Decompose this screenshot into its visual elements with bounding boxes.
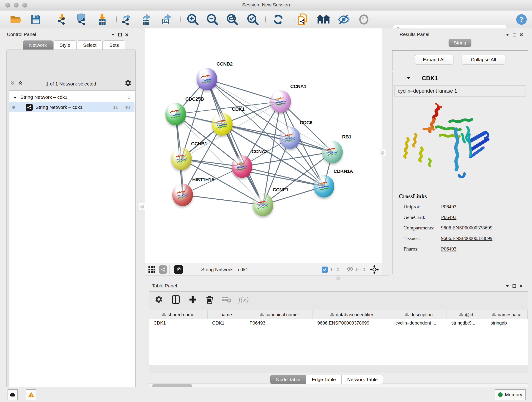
- houses-icon[interactable]: [317, 13, 330, 26]
- zoom-fit-icon[interactable]: [226, 13, 239, 26]
- selected-checkbox[interactable]: [322, 267, 328, 273]
- add-column-icon[interactable]: [187, 294, 198, 305]
- import-table-icon[interactable]: [96, 13, 109, 26]
- close-panel-icon[interactable]: [123, 32, 130, 38]
- network-node-CDKN1A[interactable]: [314, 175, 334, 198]
- delete-table-icon[interactable]: [221, 294, 232, 305]
- tab-string[interactable]: String: [449, 39, 471, 47]
- crosslink-link[interactable]: 9606.ENSP00000378699: [441, 225, 492, 231]
- collapse-panel-icon[interactable]: [504, 283, 511, 289]
- crosslink-link[interactable]: P06493: [441, 214, 456, 220]
- table-cell[interactable]: 9606.ENSP00000378699: [317, 320, 390, 326]
- tab-edge-table[interactable]: Edge Table: [306, 375, 342, 384]
- collection-expander-icon[interactable]: [13, 95, 17, 100]
- hidden-eye-icon[interactable]: [346, 266, 354, 274]
- float-panel-icon[interactable]: [116, 32, 123, 38]
- float-panel-icon[interactable]: [511, 283, 518, 289]
- network-node-RB1[interactable]: [322, 141, 343, 163]
- import-network-icon[interactable]: [56, 13, 69, 26]
- left-splitter-handle[interactable]: [139, 203, 146, 210]
- close-panel-icon[interactable]: [518, 32, 525, 38]
- delete-column-icon[interactable]: [204, 294, 215, 305]
- zoom-selected-icon[interactable]: [246, 13, 259, 26]
- network-collection-row[interactable]: String Network – cdk1 1: [9, 92, 134, 102]
- table-cell[interactable]: P06493: [249, 320, 312, 326]
- column-header-shared-name[interactable]: shared name: [149, 310, 208, 319]
- tab-network[interactable]: Network: [23, 40, 53, 50]
- hide-visual-properties-icon[interactable]: [337, 13, 350, 26]
- node-label-CCNA1: CCNA1: [290, 84, 306, 89]
- import-network-from-database-icon[interactable]: [75, 13, 88, 26]
- network-node-CCNA2[interactable]: [232, 155, 252, 178]
- copy-network-icon[interactable]: [297, 13, 310, 26]
- function-builder-icon[interactable]: f(x): [238, 294, 249, 305]
- control-panel-title: Control Panel: [7, 32, 36, 37]
- network-edges[interactable]: [145, 28, 382, 263]
- gene-expander-icon[interactable]: [407, 76, 410, 80]
- fit-content-crosshair-icon[interactable]: [370, 265, 379, 274]
- export-image-icon[interactable]: [160, 13, 172, 26]
- column-header--id[interactable]: @id: [447, 310, 486, 319]
- gene-name: CDK1: [422, 75, 438, 82]
- column-header-database-identifier[interactable]: database identifier: [313, 310, 391, 319]
- network-row-selected[interactable]: String Network – cdk1 11 48: [9, 102, 134, 112]
- column-header-namespace[interactable]: namespace: [486, 310, 528, 319]
- export-table-icon[interactable]: [140, 13, 152, 26]
- network-node-CDC6[interactable]: [280, 127, 300, 149]
- close-panel-icon[interactable]: [518, 283, 525, 289]
- zoom-out-icon[interactable]: [206, 13, 219, 26]
- tab-select[interactable]: Select: [77, 40, 103, 50]
- collapse-panel-icon[interactable]: [504, 32, 511, 38]
- table-cell[interactable]: cyclin–dependent ...: [395, 320, 446, 326]
- expand-all-button[interactable]: Expand All: [415, 55, 453, 64]
- save-session-icon[interactable]: [29, 13, 42, 26]
- network-node-CDC25B[interactable]: [165, 103, 186, 125]
- tab-node-table[interactable]: Node Table: [270, 375, 306, 384]
- help-icon[interactable]: ?: [515, 13, 528, 26]
- export-network-icon[interactable]: [120, 13, 133, 26]
- crosslink-link[interactable]: P06493: [441, 246, 456, 252]
- horizontal-splitter-handle[interactable]: [336, 276, 340, 280]
- column-header-canonical-name[interactable]: canonical name: [245, 310, 313, 319]
- show-visual-properties-icon[interactable]: [357, 13, 370, 26]
- open-session-icon[interactable]: [10, 13, 22, 26]
- show-columns-icon[interactable]: [171, 294, 181, 305]
- network-view-share-icon[interactable]: [159, 265, 167, 274]
- warning-button[interactable]: [26, 389, 36, 400]
- title-bar: Session: New Session: [0, 0, 532, 11]
- table-cell[interactable]: CDK1: [212, 320, 244, 326]
- crosslink-label: GeneCard:: [404, 214, 425, 220]
- collapse-all-button[interactable]: Collapse All: [462, 55, 505, 64]
- tab-sets[interactable]: Sets: [103, 40, 125, 50]
- collapse-all-networks-icon[interactable]: [17, 80, 23, 87]
- refresh-icon[interactable]: [272, 13, 285, 26]
- crosslink-link[interactable]: 9606.ENSP00000378699: [441, 235, 492, 241]
- birds-eye-view-icon[interactable]: [174, 265, 183, 274]
- tab-style[interactable]: Style: [53, 40, 76, 50]
- table-cell[interactable]: stringdb: [491, 320, 527, 326]
- network-options-gear-icon[interactable]: [125, 80, 132, 88]
- grid-view-icon[interactable]: [147, 265, 157, 274]
- cloud-button[interactable]: [7, 389, 18, 400]
- expand-all-networks-icon[interactable]: [10, 80, 16, 87]
- right-splitter-handle[interactable]: [379, 149, 386, 156]
- table-cell[interactable]: stringdb:9...: [451, 320, 485, 326]
- gene-section-header[interactable]: CDK1: [393, 72, 528, 84]
- network-node-CCNE1[interactable]: [253, 194, 273, 216]
- tab-network-table[interactable]: Network Table: [342, 375, 384, 384]
- table-gear-icon[interactable]: [153, 294, 164, 305]
- memory-button[interactable]: Memory: [495, 389, 526, 400]
- column-header-description[interactable]: description: [391, 310, 447, 319]
- network-node-CCNB1[interactable]: [171, 148, 192, 170]
- network-node-CCNA1[interactable]: [270, 90, 291, 113]
- zoom-in-icon[interactable]: [186, 13, 199, 26]
- table-cell[interactable]: CDK1: [153, 320, 207, 326]
- network-node-CDK1[interactable]: [212, 113, 233, 135]
- network-canvas[interactable]: CCNB2 CCNA1 CDC25B CDK1 CDC6: [145, 28, 382, 263]
- network-node-HIST1H1A[interactable]: [172, 184, 193, 206]
- crosslink-link[interactable]: P06493: [441, 204, 456, 210]
- collapse-panel-icon[interactable]: [109, 32, 116, 38]
- float-panel-icon[interactable]: [511, 32, 518, 38]
- network-node-CCNB2[interactable]: [196, 68, 217, 90]
- column-header-name[interactable]: name: [208, 310, 245, 319]
